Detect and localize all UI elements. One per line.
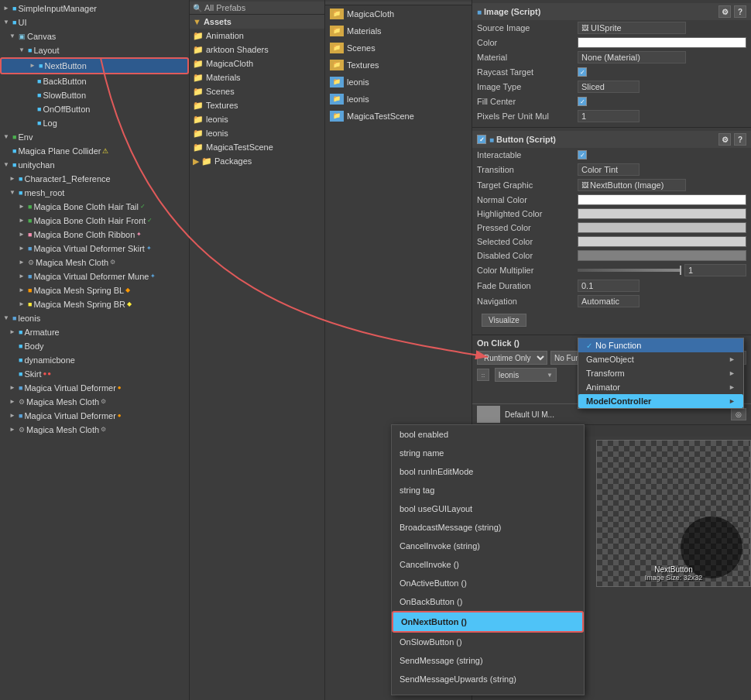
red-icon: ●	[43, 368, 46, 380]
function-string-name[interactable]: string name	[392, 444, 584, 462]
function-stopallcoroutines[interactable]: StopAllCoroutines ()	[392, 688, 584, 695]
runtime-only-dropdown[interactable]: Runtime Only	[477, 351, 547, 365]
function-cancelinvoke[interactable]: CancelInvoke ()	[392, 555, 584, 574]
hierarchy-item-leonis[interactable]: ■ leonis	[0, 311, 189, 325]
button-info-btn[interactable]: ?	[734, 133, 746, 146]
hierarchy-item-nextbutton[interactable]: ■ NextButton	[0, 57, 189, 74]
function-onnextbutton[interactable]: OnNextButton ()	[392, 611, 584, 633]
hierarchy-item-deformer2[interactable]: ■ Magica Virtual Deformer ●	[0, 381, 189, 395]
folder-arktoon[interactable]: 📁 arktoon Shaders	[190, 43, 324, 57]
asset-item-magicacloth[interactable]: 📁 MagicaCloth	[325, 5, 472, 22]
color-multiplier-slider[interactable]	[578, 269, 681, 272]
hierarchy-item-backbutton[interactable]: ■ BackButton	[0, 74, 189, 88]
asset-item-materials[interactable]: 📁 Materials	[325, 22, 472, 39]
function-string-tag[interactable]: string tag	[392, 481, 584, 499]
no-function-menu-item-checked[interactable]: ✓ No Function	[578, 338, 743, 352]
transition-dropdown[interactable]: Color Tint	[578, 163, 640, 176]
hierarchy-item-mesh-cloth3[interactable]: ⚙ Magica Mesh Cloth ⚙	[0, 423, 189, 437]
hierarchy-item-ribbon[interactable]: ■ Magica Bone Cloth Ribbon ✦	[0, 228, 189, 242]
hierarchy-item-slowbutton[interactable]: ■ SlowButton	[0, 88, 189, 102]
normal-color-swatch[interactable]	[578, 194, 746, 205]
visualize-button[interactable]: Visualize	[482, 314, 526, 327]
hierarchy-item-dynamicbone[interactable]: ■ dynamicbone	[0, 353, 189, 367]
hierarchy-item-layout[interactable]: ■ Layout	[0, 43, 189, 57]
hierarchy-item-hair-front[interactable]: ■ Magica Bone Cloth Hair Front ✓	[0, 214, 189, 228]
interactable-checkbox[interactable]: ✓	[578, 150, 587, 160]
hierarchy-item-magica-plane[interactable]: ■ Magica Plane Collider ⚠	[0, 144, 189, 158]
item-label: Magica Bone Cloth Hair Front	[33, 214, 146, 227]
color-swatch[interactable]	[578, 37, 746, 48]
hierarchy-item-onoffbutton[interactable]: ■ OnOffButton	[0, 102, 189, 116]
hierarchy-item-deformer-skirt[interactable]: ■ Magica Virtual Deformer Skirt ✦	[0, 242, 189, 256]
function-onbackbutton[interactable]: OnBackButton ()	[392, 592, 584, 611]
folder-magicacloth[interactable]: 📁 MagicaCloth	[190, 57, 324, 70]
function-onactivebutton[interactable]: OnActiveButton ()	[392, 574, 584, 592]
hierarchy-item-mesh-root[interactable]: ■ mesh_root	[0, 186, 189, 200]
pressed-color-swatch[interactable]	[578, 222, 746, 233]
hierarchy-item-log[interactable]: ■ Log	[0, 116, 189, 130]
onclick-handle[interactable]: ::	[477, 369, 489, 381]
navigation-dropdown[interactable]: Automatic	[578, 295, 640, 307]
function-onslowbutton[interactable]: OnSlowButton ()	[392, 633, 584, 651]
material-select-btn[interactable]: ◎	[731, 408, 746, 420]
selected-color-swatch[interactable]	[578, 236, 746, 247]
asset-item-scenes[interactable]: 📁 Scenes	[325, 39, 472, 57]
leonis-input-field[interactable]: leonis ▼	[495, 368, 557, 382]
hierarchy-item-unitychan[interactable]: ■ unitychan	[0, 158, 189, 172]
transform-menu-item[interactable]: Transform ►	[578, 366, 743, 380]
fill-center-checkbox[interactable]: ✓	[578, 97, 587, 106]
hierarchy-item-spring-bl[interactable]: ■ Magica Mesh Spring BL ◆	[0, 283, 189, 297]
source-image-value[interactable]: 🖼 UISprite	[578, 22, 686, 34]
hierarchy-item-skirt[interactable]: ■ Skirt ● ●	[0, 367, 189, 381]
hierarchy-item-body[interactable]: ■ Body	[0, 339, 189, 353]
raycast-checkbox[interactable]: ✓	[578, 67, 587, 77]
highlighted-color-swatch[interactable]	[578, 208, 746, 219]
folder-leonis-2[interactable]: 📁 leonis	[190, 126, 324, 140]
target-graphic-value[interactable]: 🖼 NextButton (Image)	[578, 179, 686, 191]
folder-magicatestscene[interactable]: 📁 MagicaTestScene	[190, 140, 324, 154]
function-bool-runeditmode[interactable]: bool runInEditMode	[392, 462, 584, 481]
folder-leonis-1[interactable]: 📁 leonis	[190, 112, 324, 126]
model-controller-menu-item[interactable]: ModelController ►	[578, 394, 743, 408]
image-info-btn[interactable]: ?	[734, 5, 746, 18]
hierarchy-item-deformer3[interactable]: ■ Magica Virtual Deformer ●	[0, 409, 189, 423]
disabled-color-swatch[interactable]	[578, 250, 746, 261]
material-value[interactable]: None (Material)	[578, 51, 686, 63]
hierarchy-item-simpleinputmanager[interactable]: ■ SimpleInputManager	[0, 2, 189, 15]
hierarchy-item-env[interactable]: ■ Env	[0, 130, 189, 144]
image-type-value[interactable]: Sliced	[578, 81, 640, 93]
animator-menu-item[interactable]: Animator ►	[578, 380, 743, 394]
fade-duration-value[interactable]: 0.1	[578, 280, 640, 292]
hierarchy-item-canvas[interactable]: ▣ Canvas	[0, 29, 189, 43]
asset-item-leonis1[interactable]: 📁 leonis	[325, 74, 472, 91]
folder-animation[interactable]: 📁 Animation	[190, 29, 324, 43]
image-settings-btn[interactable]: ⚙	[718, 5, 731, 18]
function-broadcastmessage[interactable]: BroadcastMessage (string)	[392, 518, 584, 537]
hierarchy-item-character1[interactable]: ■ Character1_Reference	[0, 172, 189, 186]
hierarchy-item-mesh-cloth[interactable]: ⚙ Magica Mesh Cloth ⚙	[0, 256, 189, 269]
function-bool-enabled[interactable]: bool enabled	[392, 425, 584, 444]
hierarchy-item-mesh-cloth2[interactable]: ⚙ Magica Mesh Cloth ⚙	[0, 395, 189, 409]
folder-scenes[interactable]: 📁 Scenes	[190, 84, 324, 98]
color-multiplier-value[interactable]: 1	[684, 264, 746, 276]
button-settings-btn[interactable]: ⚙	[718, 133, 731, 146]
function-sendmessageupwards[interactable]: SendMessageUpwards (string)	[392, 670, 584, 688]
asset-item-textures[interactable]: 📁 Textures	[325, 57, 472, 74]
function-cancelinvoke-string[interactable]: CancelInvoke (string)	[392, 537, 584, 555]
hierarchy-item-spring-br[interactable]: ■ Magica Mesh Spring BR ◆	[0, 297, 189, 311]
function-sendmessage[interactable]: SendMessage (string)	[392, 651, 584, 670]
pixels-per-unit-value[interactable]: 1	[578, 110, 640, 122]
assets-folder[interactable]: ▼ Assets	[190, 15, 324, 29]
button-enabled-checkbox[interactable]: ✓	[477, 135, 486, 144]
hierarchy-item-deformer-mune[interactable]: ■ Magica Virtual Deformer Mune ✦	[0, 269, 189, 283]
hierarchy-item-ui[interactable]: ■ UI	[0, 15, 189, 29]
folder-materials[interactable]: 📁 Materials	[190, 70, 324, 84]
asset-item-leonis2[interactable]: 📁 leonis	[325, 91, 472, 108]
function-bool-useguilayout[interactable]: bool useGUILayout	[392, 499, 584, 518]
folder-textures[interactable]: 📁 Textures	[190, 98, 324, 112]
folder-packages[interactable]: ▶ 📁 Packages	[190, 154, 324, 168]
hierarchy-item-hair-tail[interactable]: ■ Magica Bone Cloth Hair Tail ✓	[0, 200, 189, 214]
gameobject-menu-item[interactable]: GameObject ►	[578, 352, 743, 366]
hierarchy-item-armature[interactable]: ■ Armature	[0, 325, 189, 339]
asset-item-magicatestscene[interactable]: 📁 MagicaTestScene	[325, 108, 472, 125]
